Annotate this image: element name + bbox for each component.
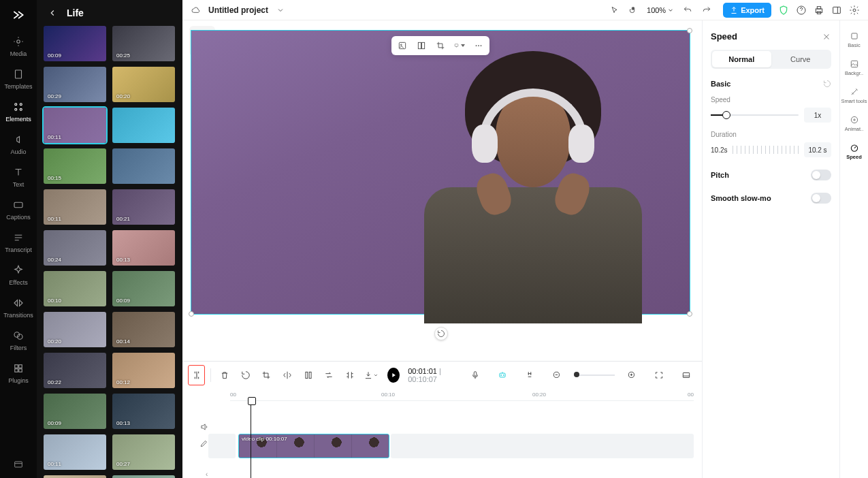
zoom-out-button[interactable] — [547, 365, 567, 385]
crop-button[interactable] — [258, 365, 275, 385]
rotate-button[interactable] — [238, 365, 255, 385]
rr-speed[interactable]: Speed — [840, 139, 868, 164]
asset-thumb[interactable]: 00:11 — [44, 189, 106, 225]
export-button[interactable]: Export — [723, 3, 771, 18]
tab-normal[interactable]: Normal — [712, 51, 771, 67]
asset-thumb[interactable]: 00:25 — [112, 26, 175, 61]
track-mute-button[interactable] — [199, 422, 209, 432]
rail-text[interactable]: Text — [0, 161, 37, 193]
project-title[interactable]: Untitled project — [208, 5, 268, 15]
delete-button[interactable] — [216, 365, 234, 385]
rail-transcript[interactable]: Transcript — [0, 226, 37, 259]
asset-thumb[interactable]: 00:24 — [44, 230, 106, 266]
print-icon[interactable] — [814, 5, 824, 16]
asset-thumb[interactable]: 00:14 — [112, 312, 175, 347]
rail-templates[interactable]: Templates — [0, 63, 37, 95]
reset-icon[interactable] — [823, 80, 831, 88]
asset-thumb[interactable]: 00:13 — [112, 230, 175, 266]
resize-handle-bl[interactable] — [189, 311, 194, 317]
video-frame[interactable] — [191, 30, 690, 315]
duration-value[interactable]: 10.2 s — [804, 142, 831, 157]
asset-thumb[interactable]: 00:11 — [44, 434, 106, 470]
panels-icon[interactable] — [831, 5, 842, 16]
help-icon[interactable] — [796, 5, 807, 16]
slowmo-toggle[interactable] — [811, 193, 831, 204]
ft-layout-icon[interactable] — [416, 40, 427, 51]
hand-icon[interactable] — [628, 5, 639, 16]
tab-curve[interactable]: Curve — [771, 51, 831, 67]
asset-thumb[interactable]: 00:15 — [44, 148, 106, 184]
timeline-tracks[interactable]: video clip 00:10:07 — [182, 401, 702, 469]
rail-elements[interactable]: Elements — [0, 95, 37, 128]
back-icon[interactable] — [46, 7, 59, 19]
asset-thumb[interactable] — [112, 148, 175, 184]
ft-replace-icon[interactable] — [397, 40, 408, 51]
asset-thumb[interactable]: 00:20 — [112, 67, 175, 102]
rail-effects[interactable]: Effects — [0, 259, 37, 291]
duration-scrubber[interactable] — [733, 146, 799, 154]
asset-thumb[interactable]: 00:18 — [44, 475, 106, 478]
download-button[interactable] — [362, 365, 379, 385]
chevron-down-icon[interactable] — [276, 6, 285, 14]
rr-background[interactable]: Backgr.. — [840, 55, 868, 80]
asset-thumb[interactable]: 00:27 — [112, 434, 175, 470]
fit-button[interactable] — [649, 365, 669, 385]
expand-button[interactable] — [676, 365, 696, 385]
track-edit-button[interactable] — [199, 439, 209, 448]
asset-thumb[interactable]: 00:09 — [112, 271, 175, 306]
shield-icon[interactable] — [778, 5, 789, 16]
resize-handle-br[interactable] — [687, 311, 692, 317]
asset-thumb[interactable]: 00:13 — [112, 394, 175, 429]
asset-thumb[interactable]: 00:29 — [44, 67, 106, 102]
asset-thumb[interactable]: 00:11 — [112, 475, 175, 478]
ai-button[interactable] — [492, 365, 513, 385]
asset-thumb[interactable]: 00:10 — [44, 271, 106, 306]
flip-button[interactable] — [300, 365, 317, 385]
mirror-button[interactable] — [279, 365, 296, 385]
asset-thumb[interactable]: 00:12 — [112, 353, 175, 388]
reverse-button[interactable] — [321, 365, 338, 385]
ft-swap-icon[interactable] — [454, 40, 465, 51]
asset-thumb[interactable]: 00:22 — [44, 353, 106, 388]
app-logo[interactable] — [0, 0, 37, 30]
magnet-button[interactable] — [519, 365, 540, 385]
undo-icon[interactable] — [682, 5, 693, 16]
freeze-button[interactable] — [342, 365, 359, 385]
rail-media[interactable]: Media — [0, 30, 37, 63]
cloud-icon[interactable] — [191, 5, 202, 16]
asset-thumb[interactable] — [112, 108, 175, 143]
video-clip[interactable]: video clip 00:10:07 — [238, 434, 389, 458]
rr-basic[interactable]: Basic — [840, 27, 868, 52]
rail-collapse[interactable] — [0, 459, 37, 470]
zoom-slider[interactable] — [574, 375, 615, 376]
ft-crop-icon[interactable] — [435, 40, 446, 51]
timeline-ruler[interactable]: 00 00:10 00:20 00 — [230, 389, 694, 401]
rail-plugins[interactable]: Plugins — [0, 357, 37, 389]
play-button[interactable] — [387, 368, 400, 383]
rotate-handle[interactable] — [434, 327, 448, 340]
speed-value[interactable]: 1x — [804, 108, 831, 123]
rail-audio[interactable]: Audio — [0, 128, 37, 161]
rail-transitions[interactable]: Transitions — [0, 291, 37, 324]
zoom-in-button[interactable] — [622, 365, 642, 385]
pointer-icon[interactable] — [609, 5, 620, 16]
zoom-level[interactable]: 100% — [647, 6, 674, 14]
ft-more-icon[interactable] — [473, 40, 484, 51]
asset-grid[interactable]: 00:0900:2500:2900:2000:1100:1500:1100:21… — [37, 26, 182, 478]
asset-thumb[interactable]: 00:09 — [44, 26, 106, 61]
rail-filters[interactable]: Filters — [0, 324, 37, 357]
mic-button[interactable] — [465, 365, 485, 385]
close-icon[interactable] — [822, 32, 831, 42]
asset-thumb[interactable]: 00:21 — [112, 189, 175, 225]
rail-captions[interactable]: Captions — [0, 193, 37, 226]
rr-animation[interactable]: Animat.. — [840, 111, 868, 136]
resize-handle-tr[interactable] — [687, 28, 692, 33]
redo-icon[interactable] — [701, 5, 712, 16]
gear-icon[interactable] — [849, 5, 860, 16]
asset-thumb[interactable]: 00:20 — [44, 312, 106, 347]
split-button[interactable] — [188, 365, 205, 385]
speed-slider[interactable] — [711, 114, 799, 116]
pitch-toggle[interactable] — [811, 170, 831, 180]
asset-thumb[interactable]: 00:09 — [44, 394, 106, 429]
scroll-left-button[interactable]: ‹ — [206, 471, 208, 478]
